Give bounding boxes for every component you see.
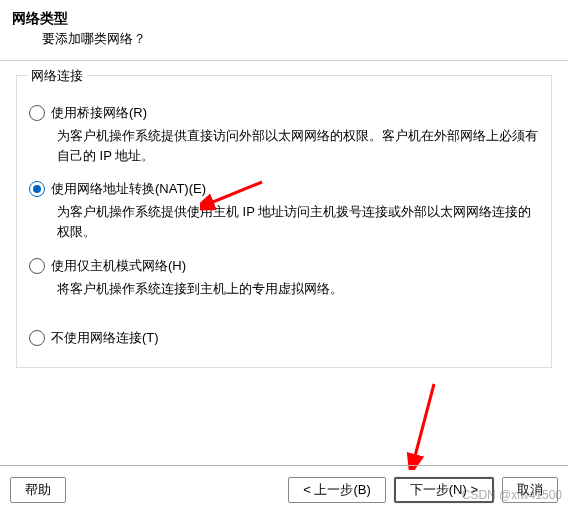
option-label: 不使用网络连接(T): [51, 329, 159, 347]
svg-line-1: [414, 384, 434, 460]
back-button[interactable]: < 上一步(B): [288, 477, 386, 503]
wizard-header: 网络类型 要添加哪类网络？: [0, 0, 568, 56]
option-desc: 将客户机操作系统连接到主机上的专用虚拟网络。: [57, 279, 539, 299]
page-title: 网络类型: [12, 10, 556, 28]
page-subtitle: 要添加哪类网络？: [42, 30, 556, 48]
help-button[interactable]: 帮助: [10, 477, 66, 503]
radio-no-network[interactable]: [29, 330, 45, 346]
option-desc: 为客户机操作系统提供使用主机 IP 地址访问主机拨号连接或外部以太网网络连接的权…: [57, 202, 539, 242]
header-divider: [0, 60, 568, 61]
option-label: 使用桥接网络(R): [51, 104, 147, 122]
footer-divider: [0, 465, 568, 466]
radio-host-only[interactable]: [29, 258, 45, 274]
option-label: 使用仅主机模式网络(H): [51, 257, 186, 275]
option-nat[interactable]: 使用网络地址转换(NAT)(E) 为客户机操作系统提供使用主机 IP 地址访问主…: [29, 180, 539, 242]
watermark: CSDN @xlw41500: [462, 488, 562, 502]
option-no-network[interactable]: 不使用网络连接(T): [29, 329, 539, 347]
option-label: 使用网络地址转换(NAT)(E): [51, 180, 206, 198]
radio-bridged[interactable]: [29, 105, 45, 121]
option-desc: 为客户机操作系统提供直接访问外部以太网网络的权限。客户机在外部网络上必须有自己的…: [57, 126, 539, 166]
option-host-only[interactable]: 使用仅主机模式网络(H) 将客户机操作系统连接到主机上的专用虚拟网络。: [29, 257, 539, 299]
option-bridged[interactable]: 使用桥接网络(R) 为客户机操作系统提供直接访问外部以太网网络的权限。客户机在外…: [29, 104, 539, 166]
annotation-arrow-next: [400, 380, 446, 470]
group-legend: 网络连接: [27, 67, 87, 85]
radio-nat[interactable]: [29, 181, 45, 197]
network-connection-group: 网络连接 使用桥接网络(R) 为客户机操作系统提供直接访问外部以太网网络的权限。…: [16, 75, 552, 368]
content: 网络连接 使用桥接网络(R) 为客户机操作系统提供直接访问外部以太网网络的权限。…: [0, 75, 568, 368]
